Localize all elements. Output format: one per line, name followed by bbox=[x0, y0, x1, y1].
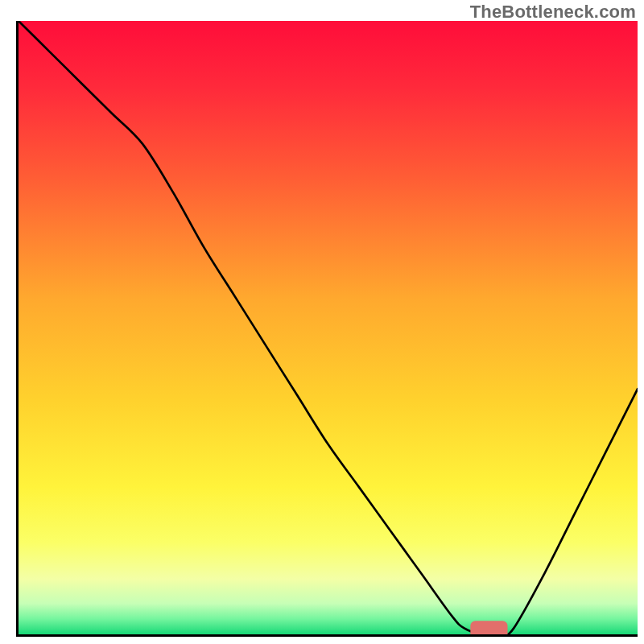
chart-container: TheBottleneck.com bbox=[0, 0, 644, 644]
optimal-marker bbox=[470, 621, 507, 634]
plot-area bbox=[16, 21, 638, 637]
watermark-text: TheBottleneck.com bbox=[470, 2, 636, 23]
marker-layer bbox=[19, 21, 638, 634]
